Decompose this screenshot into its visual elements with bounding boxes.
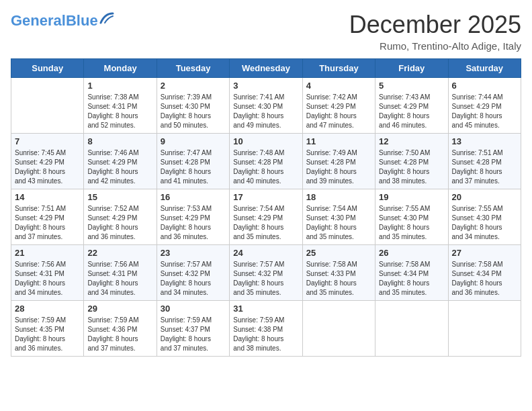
calendar-cell: 21Sunrise: 7:56 AMSunset: 4:31 PMDayligh…: [11, 245, 84, 301]
calendar-cell: 31Sunrise: 7:59 AMSunset: 4:38 PMDayligh…: [230, 301, 302, 357]
day-number: 12: [379, 136, 444, 146]
day-header-monday: Monday: [84, 59, 157, 78]
calendar-table: SundayMondayTuesdayWednesdayThursdayFrid…: [11, 58, 521, 357]
calendar-cell: 5Sunrise: 7:43 AMSunset: 4:29 PMDaylight…: [375, 78, 448, 134]
cell-info: Sunrise: 7:53 AMSunset: 4:29 PMDaylight:…: [161, 204, 226, 242]
day-header-friday: Friday: [375, 59, 448, 78]
cell-info: Sunrise: 7:43 AMSunset: 4:29 PMDaylight:…: [379, 93, 444, 130]
calendar-cell: 9Sunrise: 7:47 AMSunset: 4:28 PMDaylight…: [157, 134, 229, 189]
calendar-cell: 10Sunrise: 7:48 AMSunset: 4:28 PMDayligh…: [230, 134, 302, 189]
day-number: 13: [452, 136, 517, 146]
cell-info: Sunrise: 7:56 AMSunset: 4:31 PMDaylight:…: [87, 260, 152, 298]
calendar-week-row: 28Sunrise: 7:59 AMSunset: 4:35 PMDayligh…: [11, 301, 521, 357]
logo-blue: Blue: [66, 12, 98, 29]
calendar-cell: 14Sunrise: 7:51 AMSunset: 4:29 PMDayligh…: [11, 189, 84, 245]
cell-info: Sunrise: 7:38 AMSunset: 4:31 PMDaylight:…: [87, 93, 152, 130]
calendar-cell: 6Sunrise: 7:44 AMSunset: 4:29 PMDaylight…: [448, 78, 521, 134]
calendar-cell: 7Sunrise: 7:45 AMSunset: 4:29 PMDaylight…: [11, 134, 84, 189]
day-number: 20: [452, 192, 517, 202]
calendar-cell: 30Sunrise: 7:59 AMSunset: 4:37 PMDayligh…: [157, 301, 229, 357]
calendar-cell: 11Sunrise: 7:49 AMSunset: 4:28 PMDayligh…: [302, 134, 375, 189]
day-number: 9: [161, 136, 226, 146]
day-number: 17: [233, 192, 298, 202]
cell-info: Sunrise: 7:39 AMSunset: 4:30 PMDaylight:…: [161, 93, 226, 130]
calendar-cell: 8Sunrise: 7:46 AMSunset: 4:29 PMDaylight…: [84, 134, 157, 189]
cell-info: Sunrise: 7:50 AMSunset: 4:28 PMDaylight:…: [379, 148, 444, 186]
logo: GeneralBlue: [11, 13, 114, 28]
calendar-week-row: 7Sunrise: 7:45 AMSunset: 4:29 PMDaylight…: [11, 134, 521, 189]
cell-info: Sunrise: 7:59 AMSunset: 4:36 PMDaylight:…: [87, 316, 152, 353]
day-number: 7: [15, 136, 80, 146]
day-number: 25: [306, 248, 371, 258]
cell-info: Sunrise: 7:42 AMSunset: 4:29 PMDaylight:…: [306, 93, 371, 130]
day-number: 22: [87, 248, 152, 258]
day-number: 26: [379, 248, 444, 258]
logo-general: General: [11, 12, 66, 29]
day-header-saturday: Saturday: [448, 59, 521, 78]
calendar-cell: 29Sunrise: 7:59 AMSunset: 4:36 PMDayligh…: [84, 301, 157, 357]
day-number: 14: [15, 192, 80, 202]
cell-info: Sunrise: 7:51 AMSunset: 4:28 PMDaylight:…: [452, 148, 517, 186]
day-headers-row: SundayMondayTuesdayWednesdayThursdayFrid…: [11, 59, 521, 78]
cell-info: Sunrise: 7:54 AMSunset: 4:29 PMDaylight:…: [233, 204, 298, 242]
calendar-cell: 24Sunrise: 7:57 AMSunset: 4:32 PMDayligh…: [230, 245, 302, 301]
calendar-cell: 20Sunrise: 7:55 AMSunset: 4:30 PMDayligh…: [448, 189, 521, 245]
cell-info: Sunrise: 7:55 AMSunset: 4:30 PMDaylight:…: [379, 204, 444, 242]
day-number: 31: [233, 304, 298, 314]
cell-info: Sunrise: 7:58 AMSunset: 4:34 PMDaylight:…: [452, 260, 517, 298]
day-number: 8: [87, 136, 152, 146]
day-header-sunday: Sunday: [11, 59, 84, 78]
day-number: 5: [379, 81, 444, 91]
calendar-cell: 2Sunrise: 7:39 AMSunset: 4:30 PMDaylight…: [157, 78, 229, 134]
cell-info: Sunrise: 7:59 AMSunset: 4:38 PMDaylight:…: [233, 316, 298, 353]
cell-info: Sunrise: 7:58 AMSunset: 4:34 PMDaylight:…: [379, 260, 444, 298]
calendar-header: SundayMondayTuesdayWednesdayThursdayFrid…: [11, 59, 521, 78]
cell-info: Sunrise: 7:52 AMSunset: 4:29 PMDaylight:…: [87, 204, 152, 242]
calendar-cell: 12Sunrise: 7:50 AMSunset: 4:28 PMDayligh…: [375, 134, 448, 189]
calendar-cell: 27Sunrise: 7:58 AMSunset: 4:34 PMDayligh…: [448, 245, 521, 301]
calendar-cell: 19Sunrise: 7:55 AMSunset: 4:30 PMDayligh…: [375, 189, 448, 245]
cell-info: Sunrise: 7:47 AMSunset: 4:28 PMDaylight:…: [161, 148, 226, 186]
day-number: 10: [233, 136, 298, 146]
calendar-cell: [11, 78, 84, 134]
day-header-thursday: Thursday: [302, 59, 375, 78]
day-number: 6: [452, 81, 517, 91]
cell-info: Sunrise: 7:51 AMSunset: 4:29 PMDaylight:…: [15, 204, 80, 242]
calendar-cell: 23Sunrise: 7:57 AMSunset: 4:32 PMDayligh…: [157, 245, 229, 301]
calendar-cell: 15Sunrise: 7:52 AMSunset: 4:29 PMDayligh…: [84, 189, 157, 245]
cell-info: Sunrise: 7:44 AMSunset: 4:29 PMDaylight:…: [452, 93, 517, 130]
day-number: 19: [379, 192, 444, 202]
day-number: 24: [233, 248, 298, 258]
calendar-week-row: 1Sunrise: 7:38 AMSunset: 4:31 PMDaylight…: [11, 78, 521, 134]
cell-info: Sunrise: 7:59 AMSunset: 4:35 PMDaylight:…: [15, 316, 80, 353]
day-number: 15: [87, 192, 152, 202]
day-number: 27: [452, 248, 517, 258]
calendar-cell: 26Sunrise: 7:58 AMSunset: 4:34 PMDayligh…: [375, 245, 448, 301]
day-number: 2: [161, 81, 226, 91]
day-number: 4: [306, 81, 371, 91]
calendar-cell: 1Sunrise: 7:38 AMSunset: 4:31 PMDaylight…: [84, 78, 157, 134]
calendar-cell: 13Sunrise: 7:51 AMSunset: 4:28 PMDayligh…: [448, 134, 521, 189]
calendar-cell: 22Sunrise: 7:56 AMSunset: 4:31 PMDayligh…: [84, 245, 157, 301]
calendar-body: 1Sunrise: 7:38 AMSunset: 4:31 PMDaylight…: [11, 78, 521, 357]
day-number: 23: [161, 248, 226, 258]
cell-info: Sunrise: 7:56 AMSunset: 4:31 PMDaylight:…: [15, 260, 80, 298]
day-number: 1: [87, 81, 152, 91]
cell-info: Sunrise: 7:55 AMSunset: 4:30 PMDaylight:…: [452, 204, 517, 242]
day-number: 3: [233, 81, 298, 91]
month-title: December 2025: [349, 11, 521, 39]
location: Rumo, Trentino-Alto Adige, Italy: [349, 40, 521, 52]
day-number: 16: [161, 192, 226, 202]
day-number: 21: [15, 248, 80, 258]
day-number: 28: [15, 304, 80, 314]
cell-info: Sunrise: 7:59 AMSunset: 4:37 PMDaylight:…: [161, 316, 226, 353]
day-header-wednesday: Wednesday: [230, 59, 302, 78]
day-number: 29: [87, 304, 152, 314]
calendar-week-row: 14Sunrise: 7:51 AMSunset: 4:29 PMDayligh…: [11, 189, 521, 245]
cell-info: Sunrise: 7:49 AMSunset: 4:28 PMDaylight:…: [306, 148, 371, 186]
logo-text: GeneralBlue: [11, 13, 98, 28]
title-block: December 2025 Rumo, Trentino-Alto Adige,…: [349, 11, 521, 52]
cell-info: Sunrise: 7:54 AMSunset: 4:30 PMDaylight:…: [306, 204, 371, 242]
calendar-cell: 17Sunrise: 7:54 AMSunset: 4:29 PMDayligh…: [230, 189, 302, 245]
calendar-cell: 16Sunrise: 7:53 AMSunset: 4:29 PMDayligh…: [157, 189, 229, 245]
